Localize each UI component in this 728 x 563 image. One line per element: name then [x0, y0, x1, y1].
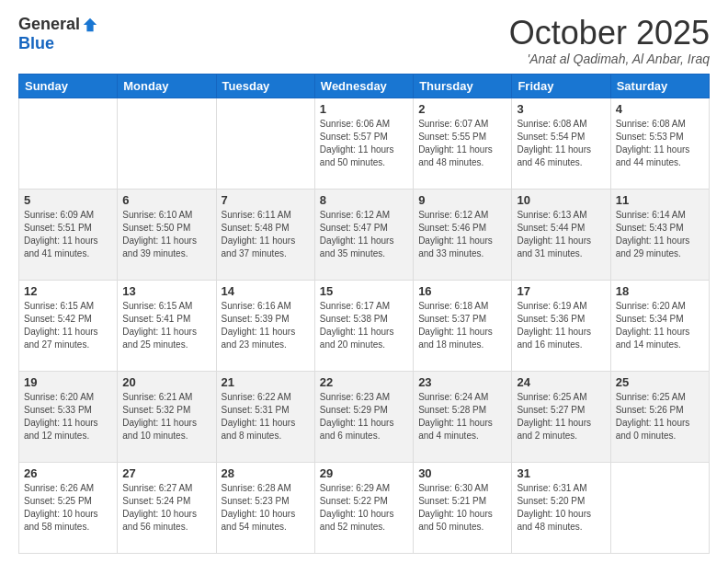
- day-info: Sunrise: 6:16 AM Sunset: 5:39 PM Dayligh…: [222, 300, 310, 351]
- day-number: 18: [616, 284, 704, 298]
- svg-marker-0: [84, 17, 97, 30]
- location: 'Anat al Qadimah, Al Anbar, Iraq: [509, 52, 710, 66]
- day-number: 14: [222, 284, 310, 298]
- day-number: 30: [418, 466, 506, 480]
- day-info: Sunrise: 6:19 AM Sunset: 5:36 PM Dayligh…: [517, 300, 605, 351]
- day-info: Sunrise: 6:07 AM Sunset: 5:55 PM Dayligh…: [418, 118, 506, 169]
- table-row: 23Sunrise: 6:24 AM Sunset: 5:28 PM Dayli…: [414, 371, 512, 462]
- day-info: Sunrise: 6:20 AM Sunset: 5:33 PM Dayligh…: [24, 391, 112, 442]
- day-info: Sunrise: 6:22 AM Sunset: 5:31 PM Dayligh…: [222, 391, 310, 442]
- day-info: Sunrise: 6:12 AM Sunset: 5:46 PM Dayligh…: [418, 209, 506, 260]
- day-number: 10: [517, 193, 605, 207]
- table-row: 18Sunrise: 6:20 AM Sunset: 5:34 PM Dayli…: [610, 280, 709, 371]
- table-row: 3Sunrise: 6:08 AM Sunset: 5:54 PM Daylig…: [512, 98, 610, 189]
- table-row: 1Sunrise: 6:06 AM Sunset: 5:57 PM Daylig…: [314, 98, 413, 189]
- table-row: 11Sunrise: 6:14 AM Sunset: 5:43 PM Dayli…: [610, 189, 709, 280]
- table-row: 21Sunrise: 6:22 AM Sunset: 5:31 PM Dayli…: [216, 371, 314, 462]
- day-info: Sunrise: 6:13 AM Sunset: 5:44 PM Dayligh…: [517, 209, 605, 260]
- day-number: 1: [320, 102, 408, 116]
- table-row: [19, 98, 118, 189]
- table-row: 13Sunrise: 6:15 AM Sunset: 5:41 PM Dayli…: [118, 280, 216, 371]
- day-info: Sunrise: 6:08 AM Sunset: 5:53 PM Dayligh…: [616, 118, 704, 169]
- table-row: 12Sunrise: 6:15 AM Sunset: 5:42 PM Dayli…: [19, 280, 118, 371]
- day-number: 24: [517, 375, 605, 389]
- logo-blue-text: Blue: [18, 34, 54, 53]
- day-info: Sunrise: 6:12 AM Sunset: 5:47 PM Dayligh…: [320, 209, 408, 260]
- day-info: Sunrise: 6:10 AM Sunset: 5:50 PM Dayligh…: [122, 209, 210, 260]
- day-info: Sunrise: 6:18 AM Sunset: 5:37 PM Dayligh…: [418, 300, 506, 351]
- day-info: Sunrise: 6:30 AM Sunset: 5:21 PM Dayligh…: [418, 482, 506, 534]
- title-block: October 2025 'Anat al Qadimah, Al Anbar,…: [509, 15, 710, 66]
- calendar-week-row: 12Sunrise: 6:15 AM Sunset: 5:42 PM Dayli…: [19, 280, 710, 371]
- day-number: 8: [320, 193, 408, 207]
- table-row: [610, 462, 709, 553]
- day-number: 23: [418, 375, 506, 389]
- table-row: 29Sunrise: 6:29 AM Sunset: 5:22 PM Dayli…: [314, 462, 413, 553]
- table-row: 16Sunrise: 6:18 AM Sunset: 5:37 PM Dayli…: [414, 280, 512, 371]
- day-info: Sunrise: 6:25 AM Sunset: 5:27 PM Dayligh…: [517, 391, 605, 442]
- table-row: 27Sunrise: 6:27 AM Sunset: 5:24 PM Dayli…: [118, 462, 216, 553]
- day-number: 16: [418, 284, 506, 298]
- day-number: 20: [122, 375, 210, 389]
- col-friday: Friday: [512, 74, 610, 98]
- day-info: Sunrise: 6:25 AM Sunset: 5:26 PM Dayligh…: [616, 391, 704, 442]
- day-number: 21: [222, 375, 310, 389]
- header: General Blue October 2025 'Anat al Qadim…: [18, 15, 710, 66]
- table-row: 4Sunrise: 6:08 AM Sunset: 5:53 PM Daylig…: [610, 98, 709, 189]
- day-number: 5: [24, 193, 112, 207]
- logo-general-text: General: [18, 15, 80, 34]
- calendar-week-row: 19Sunrise: 6:20 AM Sunset: 5:33 PM Dayli…: [19, 371, 710, 462]
- day-number: 19: [24, 375, 112, 389]
- table-row: 20Sunrise: 6:21 AM Sunset: 5:32 PM Dayli…: [118, 371, 216, 462]
- col-thursday: Thursday: [414, 74, 512, 98]
- table-row: 30Sunrise: 6:30 AM Sunset: 5:21 PM Dayli…: [414, 462, 512, 553]
- table-row: 2Sunrise: 6:07 AM Sunset: 5:55 PM Daylig…: [414, 98, 512, 189]
- day-number: 17: [517, 284, 605, 298]
- day-info: Sunrise: 6:31 AM Sunset: 5:20 PM Dayligh…: [517, 482, 605, 534]
- table-row: 8Sunrise: 6:12 AM Sunset: 5:47 PM Daylig…: [314, 189, 413, 280]
- day-info: Sunrise: 6:21 AM Sunset: 5:32 PM Dayligh…: [122, 391, 210, 442]
- day-info: Sunrise: 6:20 AM Sunset: 5:34 PM Dayligh…: [616, 300, 704, 351]
- table-row: 14Sunrise: 6:16 AM Sunset: 5:39 PM Dayli…: [216, 280, 314, 371]
- day-info: Sunrise: 6:11 AM Sunset: 5:48 PM Dayligh…: [222, 209, 310, 260]
- day-info: Sunrise: 6:28 AM Sunset: 5:23 PM Dayligh…: [222, 482, 310, 534]
- table-row: 9Sunrise: 6:12 AM Sunset: 5:46 PM Daylig…: [414, 189, 512, 280]
- day-number: 2: [418, 102, 506, 116]
- day-info: Sunrise: 6:09 AM Sunset: 5:51 PM Dayligh…: [24, 209, 112, 260]
- day-number: 22: [320, 375, 408, 389]
- month-title: October 2025: [509, 15, 710, 52]
- day-number: 26: [24, 466, 112, 480]
- col-wednesday: Wednesday: [314, 74, 413, 98]
- day-number: 4: [616, 102, 704, 116]
- page: General Blue October 2025 'Anat al Qadim…: [0, 0, 728, 563]
- day-info: Sunrise: 6:24 AM Sunset: 5:28 PM Dayligh…: [418, 391, 506, 442]
- day-number: 7: [222, 193, 310, 207]
- day-info: Sunrise: 6:23 AM Sunset: 5:29 PM Dayligh…: [320, 391, 408, 442]
- day-number: 6: [122, 193, 210, 207]
- table-row: 28Sunrise: 6:28 AM Sunset: 5:23 PM Dayli…: [216, 462, 314, 553]
- table-row: 19Sunrise: 6:20 AM Sunset: 5:33 PM Dayli…: [19, 371, 118, 462]
- table-row: 26Sunrise: 6:26 AM Sunset: 5:25 PM Dayli…: [19, 462, 118, 553]
- day-number: 12: [24, 284, 112, 298]
- logo: General Blue: [18, 15, 98, 53]
- table-row: 17Sunrise: 6:19 AM Sunset: 5:36 PM Dayli…: [512, 280, 610, 371]
- calendar-week-row: 1Sunrise: 6:06 AM Sunset: 5:57 PM Daylig…: [19, 98, 710, 189]
- table-row: 24Sunrise: 6:25 AM Sunset: 5:27 PM Dayli…: [512, 371, 610, 462]
- day-info: Sunrise: 6:14 AM Sunset: 5:43 PM Dayligh…: [616, 209, 704, 260]
- day-number: 29: [320, 466, 408, 480]
- calendar-week-row: 26Sunrise: 6:26 AM Sunset: 5:25 PM Dayli…: [19, 462, 710, 553]
- day-number: 15: [320, 284, 408, 298]
- day-number: 27: [122, 466, 210, 480]
- col-sunday: Sunday: [19, 74, 118, 98]
- day-number: 3: [517, 102, 605, 116]
- logo-icon: [82, 17, 98, 33]
- day-number: 31: [517, 466, 605, 480]
- table-row: [216, 98, 314, 189]
- day-info: Sunrise: 6:08 AM Sunset: 5:54 PM Dayligh…: [517, 118, 605, 169]
- day-number: 28: [222, 466, 310, 480]
- day-info: Sunrise: 6:29 AM Sunset: 5:22 PM Dayligh…: [320, 482, 408, 534]
- day-number: 25: [616, 375, 704, 389]
- day-info: Sunrise: 6:15 AM Sunset: 5:42 PM Dayligh…: [24, 300, 112, 351]
- table-row: 7Sunrise: 6:11 AM Sunset: 5:48 PM Daylig…: [216, 189, 314, 280]
- table-row: 22Sunrise: 6:23 AM Sunset: 5:29 PM Dayli…: [314, 371, 413, 462]
